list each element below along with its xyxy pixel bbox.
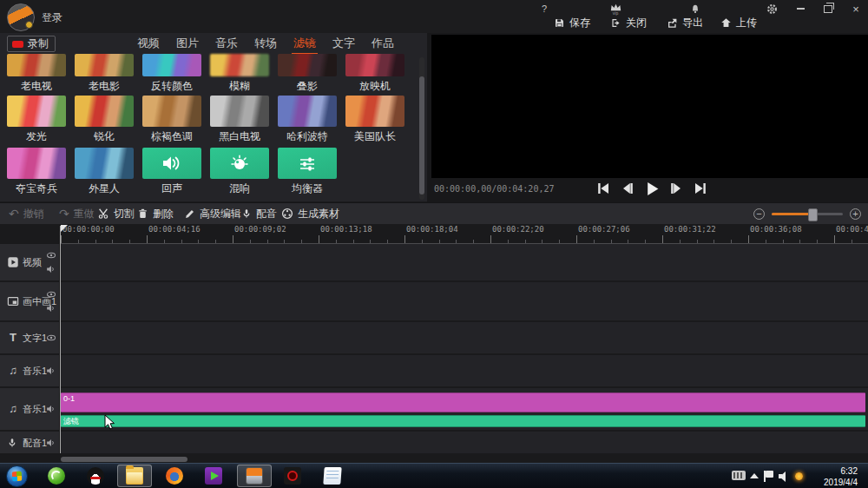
- filter-thumb-棕褐色调[interactable]: [142, 96, 201, 127]
- ruler-label: 00:00:40;24: [836, 225, 868, 234]
- filter-scrollbar-thumb[interactable]: [419, 76, 424, 195]
- filter-scrollbar[interactable]: [419, 57, 424, 200]
- user-avatar[interactable]: [7, 3, 35, 31]
- tab-音乐[interactable]: 音乐: [214, 34, 240, 53]
- filter-thumb-老电影[interactable]: [75, 54, 134, 76]
- next-frame-button[interactable]: [667, 181, 686, 196]
- filter-thumb-回声[interactable]: [142, 148, 201, 179]
- clip-滤镜[interactable]: 滤镜: [61, 415, 865, 427]
- speaker-icon[interactable]: [46, 404, 56, 414]
- filter-thumb-模糊[interactable]: [210, 54, 269, 76]
- speaker-icon[interactable]: [46, 366, 56, 376]
- vip-crown-icon[interactable]: vip: [608, 3, 623, 15]
- filter-label: 发光: [7, 129, 66, 144]
- tray-volume-icon[interactable]: [779, 471, 791, 482]
- filter-thumb-美国队长[interactable]: [345, 96, 404, 127]
- track-lane-1[interactable]: [61, 282, 868, 320]
- filter-thumb-老电视[interactable]: [7, 54, 66, 76]
- taskbar-app-browser360[interactable]: [39, 465, 74, 487]
- gear-icon[interactable]: [766, 3, 778, 15]
- taskbar-app-explorer[interactable]: [117, 465, 152, 487]
- track-lane-2[interactable]: [61, 322, 868, 353]
- help-icon[interactable]: ?: [538, 3, 550, 15]
- playhead-line[interactable]: [60, 226, 61, 453]
- tray-action-center-icon[interactable]: [764, 471, 774, 482]
- filter-thumb-外星人[interactable]: [75, 148, 134, 179]
- zoom-out-icon[interactable]: −: [753, 208, 765, 220]
- clip-label: 0-1: [63, 394, 75, 404]
- filter-thumb-均衡器[interactable]: [278, 148, 337, 179]
- track-lane-3[interactable]: [61, 355, 868, 386]
- tray-network-icon[interactable]: [795, 472, 803, 480]
- zoom-in-icon[interactable]: +: [850, 208, 861, 220]
- login-link[interactable]: 登录: [42, 10, 62, 25]
- filter-thumb-锐化[interactable]: [75, 96, 134, 127]
- filter-thumb-夺宝奇兵[interactable]: [7, 148, 66, 179]
- filter-thumb-反转颜色[interactable]: [142, 54, 201, 76]
- timeline-hscrollbar-thumb[interactable]: [61, 457, 187, 462]
- cut-button[interactable]: 切割: [97, 203, 135, 224]
- text-track-icon: T: [7, 332, 19, 344]
- track-lane-0[interactable]: [61, 244, 868, 280]
- clock-date: 2019/4/4: [824, 477, 858, 488]
- delete-button[interactable]: 删除: [137, 203, 174, 224]
- ruler-tick: [799, 240, 800, 243]
- minimize-icon[interactable]: [793, 3, 807, 15]
- filter-thumb-哈利波特[interactable]: [278, 96, 337, 127]
- ruler-tick: [628, 240, 628, 243]
- taskbar-app-firefox[interactable]: [157, 465, 192, 487]
- dub-button[interactable]: 配音: [241, 203, 277, 224]
- speaker-icon[interactable]: [46, 303, 56, 313]
- zoom-slider-handle[interactable]: [808, 208, 818, 221]
- filter-thumb-放映机[interactable]: [345, 54, 404, 76]
- close-window-icon[interactable]: ×: [849, 3, 863, 15]
- exit-door-icon: [610, 17, 621, 29]
- skip-end-button[interactable]: [691, 181, 710, 196]
- speaker-icon[interactable]: [46, 264, 56, 274]
- restore-icon[interactable]: [821, 3, 835, 15]
- filter-thumb-混响[interactable]: [210, 148, 269, 179]
- tab-视频[interactable]: 视频: [135, 34, 161, 53]
- filter-thumb-叠影[interactable]: [278, 54, 337, 76]
- record-button[interactable]: 录制: [7, 36, 56, 52]
- speaker-icon[interactable]: [46, 438, 56, 448]
- redo-button[interactable]: ↷重做: [59, 203, 95, 224]
- eye-icon[interactable]: [46, 250, 56, 260]
- eye-icon[interactable]: [46, 289, 56, 300]
- export-button[interactable]: 导出: [667, 15, 703, 30]
- upload-button[interactable]: 上传: [720, 15, 757, 30]
- playhead-flag[interactable]: [61, 225, 68, 232]
- tab-转场[interactable]: 转场: [253, 34, 279, 53]
- timeline-ruler[interactable]: 00:00:00;0000:00:04;1600:00:09;0200:00:1…: [61, 224, 868, 244]
- skip-start-button[interactable]: [594, 181, 613, 196]
- taskbar-app-editor[interactable]: [237, 465, 272, 487]
- play-button[interactable]: [642, 181, 661, 196]
- tray-show-hidden-icon[interactable]: [750, 473, 759, 478]
- tab-作品[interactable]: 作品: [370, 34, 396, 53]
- filter-thumb-黑白电视[interactable]: [210, 96, 269, 127]
- taskbar-app-player[interactable]: [196, 465, 231, 487]
- save-button[interactable]: 保存: [554, 15, 590, 30]
- undo-button[interactable]: ↶撤销: [9, 203, 44, 224]
- filter-thumb-发光[interactable]: [7, 96, 66, 127]
- filter-label: 外星人: [75, 181, 134, 196]
- ruler-label: 00:00:36;08: [750, 225, 802, 234]
- close-project-button[interactable]: 关闭: [610, 15, 647, 30]
- bell-icon[interactable]: [689, 3, 701, 15]
- zoom-slider[interactable]: [772, 213, 843, 215]
- taskbar-app-qq[interactable]: [78, 465, 113, 487]
- advanced-edit-button[interactable]: 高级编辑: [184, 203, 241, 224]
- generate-material-button[interactable]: 生成素材: [281, 203, 339, 224]
- eye-icon[interactable]: [46, 333, 56, 343]
- taskbar-app-notepad[interactable]: [315, 465, 350, 487]
- tray-keyboard-icon[interactable]: [732, 471, 746, 480]
- clip-0-1[interactable]: 0-1: [61, 392, 865, 412]
- taskbar-clock[interactable]: 6:32 2019/4/4: [824, 465, 858, 488]
- tab-文字[interactable]: 文字: [331, 34, 357, 53]
- start-button[interactable]: [6, 465, 28, 487]
- prev-frame-button[interactable]: [618, 181, 637, 196]
- tab-滤镜[interactable]: 滤镜: [292, 34, 318, 53]
- track-lane-5[interactable]: [61, 432, 868, 453]
- taskbar-app-recorder[interactable]: [275, 465, 310, 487]
- tab-图片[interactable]: 图片: [174, 34, 201, 53]
